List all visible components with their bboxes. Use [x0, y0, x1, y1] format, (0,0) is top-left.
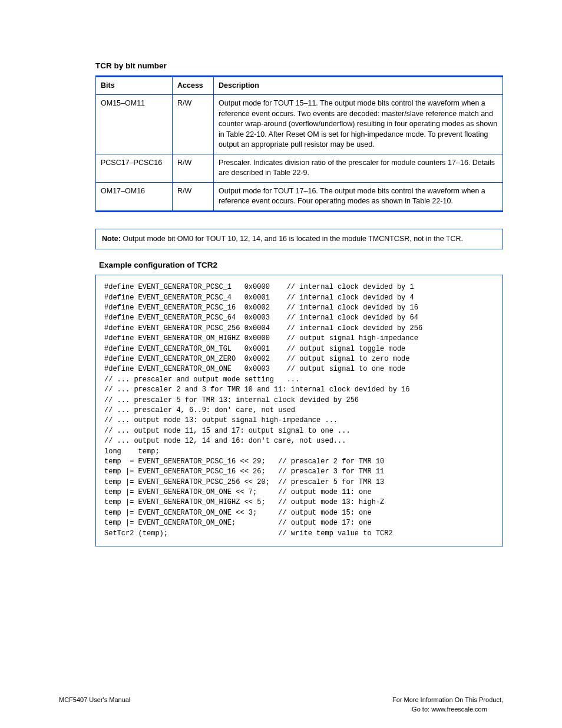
col-header-access: Access: [173, 76, 214, 95]
example-title: Example configuration of TCR2: [95, 260, 503, 271]
cell-access: R/W: [173, 95, 214, 154]
col-header-description: Description: [214, 76, 503, 95]
table-row: OM17–OM16 R/W Output mode for TOUT 17–16…: [96, 182, 503, 211]
table-header-row: Bits Access Description: [96, 76, 503, 95]
note-text: Output mode bit OM0 for TOUT 10, 12, 14,…: [121, 235, 463, 243]
footer-right: For More Information On This Product, Go…: [392, 696, 503, 714]
cell-bits: OM15–OM11: [96, 95, 173, 154]
col-header-bits: Bits: [96, 76, 173, 95]
cell-access: R/W: [173, 182, 214, 211]
table-row: PCSC17–PCSC16 R/W Prescaler. Indicates d…: [96, 154, 503, 182]
footer-left: MCF5407 User's Manual: [59, 696, 130, 714]
cell-bits: OM17–OM16: [96, 182, 173, 211]
tcr-table: Bits Access Description OM15–OM11 R/W Ou…: [95, 75, 503, 212]
register-title: TCR by bit number: [95, 61, 503, 75]
page-footer: MCF5407 User's Manual For More Informati…: [59, 696, 503, 714]
cell-desc: Prescaler. Indicates division ratio of t…: [214, 154, 503, 182]
cell-desc: Output mode for TOUT 15–11. The output m…: [214, 95, 503, 154]
table-row: OM15–OM11 R/W Output mode for TOUT 15–11…: [96, 95, 503, 154]
note-label: Note:: [102, 235, 121, 243]
cell-bits: PCSC17–PCSC16: [96, 154, 173, 182]
code-example: #define EVENT_GENERATOR_PCSC_1 0x0000 //…: [95, 275, 503, 546]
note-box: Note: Output mode bit OM0 for TOUT 10, 1…: [95, 229, 503, 250]
cell-desc: Output mode for TOUT 17–16. The output m…: [214, 182, 503, 211]
cell-access: R/W: [173, 154, 214, 182]
